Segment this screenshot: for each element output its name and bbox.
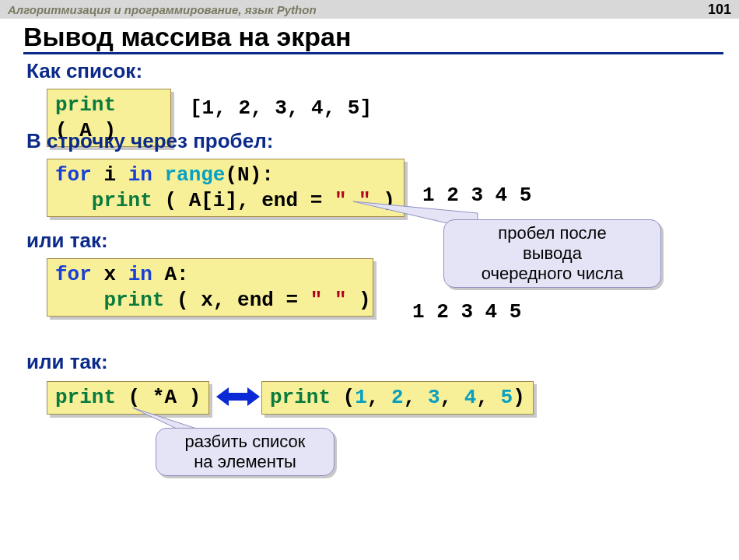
- double-arrow-icon: [216, 386, 260, 408]
- label-or2: или так:: [26, 350, 108, 374]
- header-bar: Алгоритмизация и программирование, язык …: [0, 0, 739, 19]
- callout-space: пробел после вывода очередного числа: [443, 219, 661, 288]
- label-or1: или так:: [26, 229, 108, 253]
- slide-content: Вывод массива на экран Как список: print…: [0, 19, 739, 83]
- callout-split: разбить список на элементы: [156, 428, 334, 476]
- page-number: 101: [708, 2, 731, 18]
- slide-title: Вывод массива на экран: [23, 22, 723, 54]
- output-row2: 1 2 3 4 5: [412, 300, 521, 324]
- label-as-row: В строчку через пробел:: [26, 129, 273, 153]
- code-print-expanded: print (1, 2, 3, 4, 5): [261, 381, 534, 415]
- header-title: Алгоритмизация и программирование, язык …: [8, 3, 317, 16]
- kw-print: print: [55, 93, 116, 117]
- code-loop1: for i in range(N): print ( A[i], end = "…: [47, 159, 405, 217]
- code-loop2: for x in A: print ( x, end = " " ): [47, 258, 373, 317]
- output-list: [1, 2, 3, 4, 5]: [190, 96, 372, 120]
- label-as-list: Как список:: [26, 59, 723, 83]
- svg-marker-1: [216, 387, 260, 406]
